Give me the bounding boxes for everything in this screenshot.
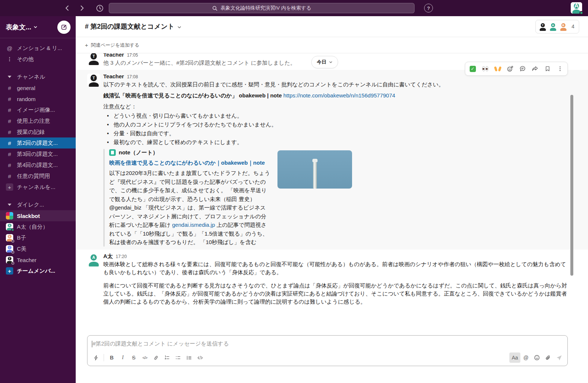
bullet-item: 他の人のコメントにリプライをつけるかたちでもかまいません。 <box>103 120 568 129</box>
history-clock-icon[interactable] <box>95 3 104 13</box>
blockquote-icon <box>186 355 192 361</box>
canvas-tab-bar: + 関連ページを追加する <box>76 37 588 53</box>
date-pill-today[interactable]: 今日 <box>311 56 338 68</box>
sidebar-item-channel-session4[interactable]: #第4回の課題文... <box>0 160 76 171</box>
message-author[interactable]: Teacher <box>103 73 124 80</box>
message-a[interactable]: A A太 17:20 映画体験として総称される様々な要素には、回復可能であるもの… <box>76 250 588 309</box>
react-eyes-button[interactable] <box>479 63 491 74</box>
link-icon <box>153 355 159 361</box>
sidebar-item-channel-usage-notes[interactable]: #使用上の注意 <box>0 115 76 126</box>
composer-container: #第2回の課題文献とコメント にメッセージを送信する B I S </> <box>76 332 588 383</box>
share-icon <box>531 65 539 72</box>
sidebar-item-dm-a[interactable]: A A太（自分） <box>0 221 76 232</box>
sidebar-item-channel-general[interactable]: #general <box>0 82 76 93</box>
card-thumbnail-image[interactable] <box>277 150 352 189</box>
input-placeholder: #第2回の課題文献とコメント にメッセージを送信する <box>93 340 229 347</box>
sidebar-item-more[interactable]: その他 <box>0 54 76 65</box>
channel-title[interactable]: # 第2回の課題文献とコメント <box>85 22 182 31</box>
save-bookmark-button[interactable] <box>542 63 553 74</box>
message-author[interactable]: A太 <box>103 253 113 260</box>
shortcuts-button[interactable] <box>90 352 101 363</box>
user-avatar[interactable]: A <box>571 2 582 14</box>
add-reaction-button[interactable] <box>504 63 516 74</box>
history-forward-icon[interactable] <box>77 3 87 13</box>
presence-dot <box>580 11 583 15</box>
sidebar-item-channel-images[interactable]: #イメージ画像... <box>0 104 76 115</box>
card-description: 以下は2020年3月に書いたまま放置していたドラフトだ。ちょうど『現代ビジネス』… <box>109 169 271 247</box>
show-formatting-button[interactable]: Aa <box>509 352 520 363</box>
notes-label: 注意点など： <box>103 103 568 111</box>
member-avatar: B <box>559 22 567 31</box>
code-block-icon <box>197 355 203 361</box>
sidebar-item-dm-slackbot[interactable]: Slackbot <box>0 210 76 221</box>
workspace-switcher[interactable]: 表象文... <box>6 23 37 32</box>
inline-code-button[interactable]: </> <box>139 352 150 363</box>
dm-avatar: C <box>6 245 13 253</box>
message-timestamp[interactable]: 17:05 <box>127 53 138 59</box>
sidebar-item-channel-questions[interactable]: #任意の質問用 <box>0 171 76 182</box>
attach-file-button[interactable] <box>542 352 553 363</box>
history-back-icon[interactable] <box>62 3 72 13</box>
bullet-list-button[interactable] <box>172 352 183 363</box>
hash-icon: # <box>6 85 13 91</box>
send-icon <box>556 354 563 361</box>
ordered-list-icon <box>164 355 170 361</box>
sidebar-item-dm-teacher[interactable]: T Teacher <box>0 254 76 265</box>
lightning-icon <box>93 355 99 361</box>
sidebar-item-channel-session3[interactable]: #第3回の課題文... <box>0 148 76 160</box>
plus-icon: + <box>6 267 13 275</box>
scrollbar-thumb[interactable] <box>570 95 573 276</box>
message-teacher[interactable]: T Teacher 17:08 以下のテキストを読んで、次回授業日の前日までに感… <box>76 70 588 250</box>
more-vertical-icon <box>6 56 13 62</box>
article-url-link[interactable]: https://note.com/obakeweb/n/n156d9577907… <box>283 92 395 99</box>
message-avatar[interactable]: A <box>87 253 100 266</box>
send-button[interactable] <box>553 352 564 363</box>
presence-dot <box>11 228 14 232</box>
link-button[interactable] <box>150 352 161 363</box>
message-composer: #第2回の課題文献とコメント にメッセージを送信する B I S </> <box>87 335 568 366</box>
formatting-toolbar: B I S </> <box>87 351 567 366</box>
sidebar-item-channel-session2-active[interactable]: #第2回の課題文... <box>0 137 76 148</box>
add-related-pages-button[interactable]: + 関連ページを追加する <box>85 42 139 49</box>
channels-section-header[interactable]: チャンネル <box>0 71 76 82</box>
bold-button[interactable]: B <box>106 352 117 363</box>
emoji-button[interactable] <box>531 352 542 363</box>
blockquote-button[interactable] <box>183 352 194 363</box>
sidebar-item-dm-c[interactable]: C C美 <box>0 243 76 254</box>
strikethrough-button[interactable]: S <box>128 352 139 363</box>
italic-button[interactable]: I <box>117 352 128 363</box>
chevron-down-icon <box>329 60 333 64</box>
sidebar-item-channel-class-records[interactable]: #授業の記録 <box>0 126 76 137</box>
mention-button[interactable]: @ <box>520 352 531 363</box>
sidebar-item-dm-b[interactable]: B B子 <box>0 232 76 243</box>
react-hands-button[interactable] <box>492 63 503 74</box>
sidebar-item-mentions[interactable]: @ メンション & リ... <box>0 43 76 54</box>
new-message-button[interactable] <box>57 21 71 34</box>
sidebar: 表象文... @ メンション & リ... その他 <box>0 16 76 383</box>
search-bar[interactable]: 表象文化論特殊研究演習IV 内を検索する <box>109 3 415 13</box>
message-avatar: T <box>87 53 100 65</box>
ordered-list-button[interactable] <box>161 352 172 363</box>
message-avatar[interactable]: T <box>87 74 100 87</box>
more-actions-button[interactable] <box>554 63 566 74</box>
reply-thread-button[interactable] <box>517 63 528 74</box>
message-input[interactable]: #第2回の課題文献とコメント にメッセージを送信する <box>87 336 567 351</box>
share-message-button[interactable] <box>529 63 541 74</box>
sidebar-item-channel-random[interactable]: #random <box>0 93 76 104</box>
code-block-button[interactable] <box>194 352 205 363</box>
at-icon: @ <box>6 45 13 51</box>
react-check-button[interactable]: ✓ <box>467 63 478 74</box>
sidebar-item-add-channel[interactable]: + チャンネルを... <box>0 182 76 193</box>
channel-members-button[interactable]: T A B 4 <box>535 20 579 33</box>
message-timestamp[interactable]: 17:20 <box>116 253 127 260</box>
card-title-link[interactable]: 映画を倍速で見ることのなにがわるいのか｜obakeweb｜note <box>109 158 271 167</box>
help-icon[interactable]: ? <box>424 4 433 12</box>
message-timestamp[interactable]: 17:08 <box>127 73 138 80</box>
message-author[interactable]: Teacher <box>103 53 124 58</box>
gendai-link[interactable]: gendai.ismedia.jp <box>172 222 215 228</box>
sidebar-item-add-teammates[interactable]: + チームメンバ... <box>0 265 76 276</box>
paperclip-icon <box>545 355 551 361</box>
toolbar-divider <box>104 354 104 361</box>
message-paragraph: 前者について回復不可能であると判断する見方はなさそうなので、ひとまず論点は「身体… <box>103 282 568 306</box>
dm-section-header[interactable]: ダイレク... <box>0 199 76 210</box>
